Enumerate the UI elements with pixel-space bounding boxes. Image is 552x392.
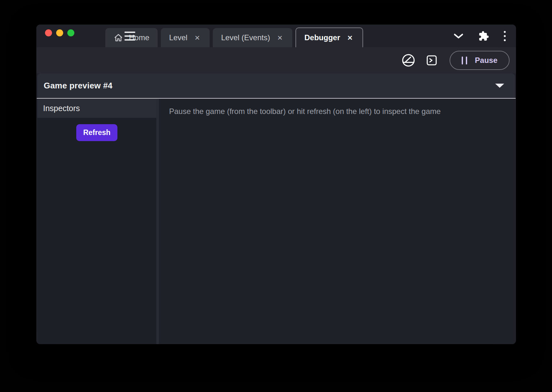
refresh-button[interactable]: Refresh (76, 124, 118, 141)
console-icon (425, 54, 438, 67)
tab-overflow-button[interactable] (453, 33, 464, 39)
traffic-lights (45, 29, 74, 36)
tab-level[interactable]: Level ✕ (161, 28, 210, 47)
inspectors-header-label: Inspectors (43, 104, 80, 113)
debugger-toolbar: Pause (36, 47, 516, 73)
debugger-body: Inspectors Refresh Pause the game (from … (36, 99, 516, 344)
close-window-button[interactable] (45, 29, 52, 36)
profiler-button[interactable] (401, 53, 416, 68)
minimize-window-button[interactable] (56, 29, 63, 36)
tab-label: Level (Events) (221, 33, 270, 42)
desktop-background: Home Level ✕ Level (Events) ✕ Debugger ✕ (0, 0, 552, 392)
extensions-button[interactable] (478, 31, 489, 41)
pause-button[interactable]: Pause (450, 51, 510, 70)
tab-debugger[interactable]: Debugger ✕ (295, 27, 363, 47)
home-icon (114, 33, 123, 42)
close-tab-icon[interactable]: ✕ (346, 34, 354, 42)
puzzle-icon (478, 31, 489, 41)
tab-level-events[interactable]: Level (Events) ✕ (213, 28, 292, 47)
dropdown-caret-icon[interactable] (495, 84, 504, 88)
tab-label: Debugger (304, 33, 340, 42)
close-tab-icon[interactable]: ✕ (193, 34, 201, 42)
tab-label: Level (169, 33, 187, 42)
inspector-content-area: Pause the game (from the toolbar) or hit… (159, 99, 515, 344)
more-options-button[interactable] (504, 31, 506, 41)
game-preview-header[interactable]: Game preview #4 (37, 73, 515, 98)
inspectors-header: Inspectors (37, 99, 156, 118)
inspectors-sidebar: Inspectors Refresh (37, 99, 156, 344)
hamburger-menu-icon[interactable] (124, 32, 135, 41)
app-window: Home Level ✕ Level (Events) ✕ Debugger ✕ (36, 25, 516, 344)
titlebar-actions (453, 25, 506, 47)
pause-button-label: Pause (475, 56, 497, 65)
empty-state-message: Pause the game (from the toolbar) or hit… (159, 99, 515, 116)
kebab-menu-icon (504, 31, 506, 33)
close-tab-icon[interactable]: ✕ (276, 34, 284, 42)
pause-icon (462, 57, 467, 64)
tab-bar: Home Level ✕ Level (Events) ✕ Debugger ✕ (105, 28, 363, 47)
panel-resize-handle[interactable] (156, 99, 159, 344)
gauge-icon (401, 53, 416, 68)
zoom-window-button[interactable] (67, 29, 74, 36)
game-preview-title: Game preview #4 (44, 81, 112, 91)
window-titlebar: Home Level ✕ Level (Events) ✕ Debugger ✕ (36, 25, 516, 47)
console-button[interactable] (425, 54, 438, 67)
chevron-down-icon (453, 33, 464, 39)
